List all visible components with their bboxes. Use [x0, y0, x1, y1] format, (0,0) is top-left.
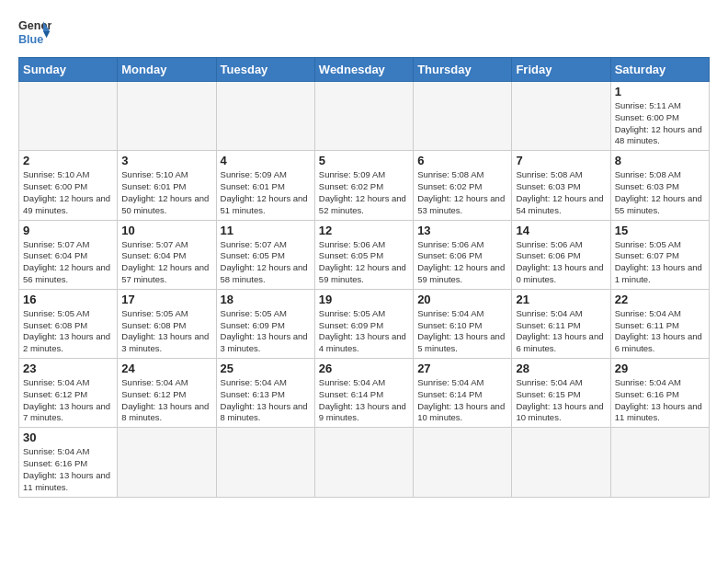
calendar-cell: 22Sunrise: 5:04 AM Sunset: 6:11 PM Dayli… [610, 289, 709, 358]
calendar-cell [314, 428, 413, 497]
calendar-cell: 12Sunrise: 5:06 AM Sunset: 6:05 PM Dayli… [314, 220, 413, 289]
calendar-cell: 27Sunrise: 5:04 AM Sunset: 6:14 PM Dayli… [414, 359, 512, 428]
day-number: 3 [121, 154, 211, 167]
day-info: Sunrise: 5:05 AM Sunset: 6:08 PM Dayligh… [23, 308, 113, 355]
day-number: 8 [615, 154, 705, 167]
day-info: Sunrise: 5:05 AM Sunset: 6:09 PM Dayligh… [221, 308, 311, 355]
calendar-cell: 24Sunrise: 5:04 AM Sunset: 6:12 PM Dayli… [118, 359, 216, 428]
calendar-cell: 25Sunrise: 5:04 AM Sunset: 6:13 PM Dayli… [216, 359, 314, 428]
day-number: 30 [23, 431, 113, 444]
day-number: 17 [121, 293, 211, 306]
calendar-cell: 20Sunrise: 5:04 AM Sunset: 6:10 PM Dayli… [414, 289, 512, 358]
calendar-cell: 7Sunrise: 5:08 AM Sunset: 6:03 PM Daylig… [512, 151, 610, 220]
col-header-friday: Friday [512, 58, 610, 82]
calendar: SundayMondayTuesdayWednesdayThursdayFrid… [18, 57, 710, 498]
day-number: 2 [23, 154, 113, 167]
day-info: Sunrise: 5:04 AM Sunset: 6:10 PM Dayligh… [417, 308, 507, 355]
generalblue-logo-icon: General Blue [18, 15, 51, 48]
calendar-cell [512, 428, 610, 497]
calendar-cell: 28Sunrise: 5:04 AM Sunset: 6:15 PM Dayli… [512, 359, 610, 428]
day-number: 21 [516, 293, 606, 306]
day-number: 26 [319, 362, 409, 375]
day-number: 27 [417, 362, 507, 375]
calendar-cell: 1Sunrise: 5:11 AM Sunset: 6:00 PM Daylig… [610, 82, 709, 151]
day-number: 11 [221, 224, 311, 237]
day-number: 16 [23, 293, 113, 306]
calendar-cell: 11Sunrise: 5:07 AM Sunset: 6:05 PM Dayli… [216, 220, 314, 289]
calendar-cell: 6Sunrise: 5:08 AM Sunset: 6:02 PM Daylig… [414, 151, 512, 220]
calendar-cell: 14Sunrise: 5:06 AM Sunset: 6:06 PM Dayli… [512, 220, 610, 289]
calendar-cell: 23Sunrise: 5:04 AM Sunset: 6:12 PM Dayli… [19, 359, 118, 428]
day-info: Sunrise: 5:06 AM Sunset: 6:05 PM Dayligh… [319, 239, 409, 286]
day-info: Sunrise: 5:10 AM Sunset: 6:01 PM Dayligh… [121, 169, 211, 216]
day-number: 9 [23, 224, 113, 237]
logo: General Blue [18, 15, 51, 48]
day-info: Sunrise: 5:04 AM Sunset: 6:12 PM Dayligh… [23, 377, 113, 424]
day-info: Sunrise: 5:11 AM Sunset: 6:00 PM Dayligh… [615, 100, 705, 147]
page: General Blue SundayMondayTuesdayWednesda… [0, 0, 728, 507]
day-number: 12 [319, 224, 409, 237]
day-number: 20 [417, 293, 507, 306]
day-info: Sunrise: 5:04 AM Sunset: 6:14 PM Dayligh… [319, 377, 409, 424]
calendar-week-row: 1Sunrise: 5:11 AM Sunset: 6:00 PM Daylig… [19, 82, 710, 151]
calendar-cell: 2Sunrise: 5:10 AM Sunset: 6:00 PM Daylig… [19, 151, 118, 220]
calendar-cell: 17Sunrise: 5:05 AM Sunset: 6:08 PM Dayli… [118, 289, 216, 358]
day-number: 25 [221, 362, 311, 375]
day-info: Sunrise: 5:04 AM Sunset: 6:16 PM Dayligh… [615, 377, 705, 424]
day-info: Sunrise: 5:07 AM Sunset: 6:04 PM Dayligh… [23, 239, 113, 286]
day-info: Sunrise: 5:04 AM Sunset: 6:11 PM Dayligh… [615, 308, 705, 355]
calendar-cell: 19Sunrise: 5:05 AM Sunset: 6:09 PM Dayli… [314, 289, 413, 358]
day-number: 24 [121, 362, 211, 375]
calendar-cell [118, 82, 216, 151]
calendar-week-row: 16Sunrise: 5:05 AM Sunset: 6:08 PM Dayli… [19, 289, 710, 358]
day-info: Sunrise: 5:10 AM Sunset: 6:00 PM Dayligh… [23, 169, 113, 216]
calendar-cell [19, 82, 118, 151]
calendar-cell: 16Sunrise: 5:05 AM Sunset: 6:08 PM Dayli… [19, 289, 118, 358]
col-header-tuesday: Tuesday [216, 58, 314, 82]
col-header-saturday: Saturday [610, 58, 709, 82]
calendar-cell: 26Sunrise: 5:04 AM Sunset: 6:14 PM Dayli… [314, 359, 413, 428]
col-header-wednesday: Wednesday [314, 58, 413, 82]
day-info: Sunrise: 5:09 AM Sunset: 6:02 PM Dayligh… [319, 169, 409, 216]
calendar-cell: 9Sunrise: 5:07 AM Sunset: 6:04 PM Daylig… [19, 220, 118, 289]
day-number: 14 [516, 224, 606, 237]
day-number: 28 [516, 362, 606, 375]
day-info: Sunrise: 5:07 AM Sunset: 6:05 PM Dayligh… [221, 239, 311, 286]
calendar-cell: 30Sunrise: 5:04 AM Sunset: 6:16 PM Dayli… [19, 428, 118, 497]
calendar-cell: 21Sunrise: 5:04 AM Sunset: 6:11 PM Dayli… [512, 289, 610, 358]
col-header-thursday: Thursday [414, 58, 512, 82]
calendar-week-row: 23Sunrise: 5:04 AM Sunset: 6:12 PM Dayli… [19, 359, 710, 428]
day-number: 23 [23, 362, 113, 375]
calendar-cell: 10Sunrise: 5:07 AM Sunset: 6:04 PM Dayli… [118, 220, 216, 289]
day-number: 19 [319, 293, 409, 306]
header: General Blue [18, 15, 710, 48]
calendar-header-row: SundayMondayTuesdayWednesdayThursdayFrid… [19, 58, 710, 82]
day-info: Sunrise: 5:09 AM Sunset: 6:01 PM Dayligh… [221, 169, 311, 216]
calendar-cell: 13Sunrise: 5:06 AM Sunset: 6:06 PM Dayli… [414, 220, 512, 289]
day-info: Sunrise: 5:06 AM Sunset: 6:06 PM Dayligh… [516, 239, 606, 286]
day-number: 5 [319, 154, 409, 167]
calendar-week-row: 9Sunrise: 5:07 AM Sunset: 6:04 PM Daylig… [19, 220, 710, 289]
col-header-monday: Monday [118, 58, 216, 82]
day-number: 6 [417, 154, 507, 167]
calendar-cell: 4Sunrise: 5:09 AM Sunset: 6:01 PM Daylig… [216, 151, 314, 220]
calendar-cell: 18Sunrise: 5:05 AM Sunset: 6:09 PM Dayli… [216, 289, 314, 358]
calendar-cell: 8Sunrise: 5:08 AM Sunset: 6:03 PM Daylig… [610, 151, 709, 220]
day-number: 29 [615, 362, 705, 375]
day-number: 18 [221, 293, 311, 306]
calendar-week-row: 2Sunrise: 5:10 AM Sunset: 6:00 PM Daylig… [19, 151, 710, 220]
day-info: Sunrise: 5:04 AM Sunset: 6:16 PM Dayligh… [23, 446, 113, 493]
day-info: Sunrise: 5:08 AM Sunset: 6:02 PM Dayligh… [417, 169, 507, 216]
day-info: Sunrise: 5:04 AM Sunset: 6:14 PM Dayligh… [417, 377, 507, 424]
calendar-week-row: 30Sunrise: 5:04 AM Sunset: 6:16 PM Dayli… [19, 428, 710, 497]
day-number: 10 [121, 224, 211, 237]
day-info: Sunrise: 5:08 AM Sunset: 6:03 PM Dayligh… [615, 169, 705, 216]
day-info: Sunrise: 5:05 AM Sunset: 6:07 PM Dayligh… [615, 239, 705, 286]
day-number: 4 [221, 154, 311, 167]
day-number: 15 [615, 224, 705, 237]
day-number: 1 [615, 85, 705, 98]
day-info: Sunrise: 5:04 AM Sunset: 6:11 PM Dayligh… [516, 308, 606, 355]
day-info: Sunrise: 5:04 AM Sunset: 6:15 PM Dayligh… [516, 377, 606, 424]
calendar-cell [216, 82, 314, 151]
calendar-cell [610, 428, 709, 497]
